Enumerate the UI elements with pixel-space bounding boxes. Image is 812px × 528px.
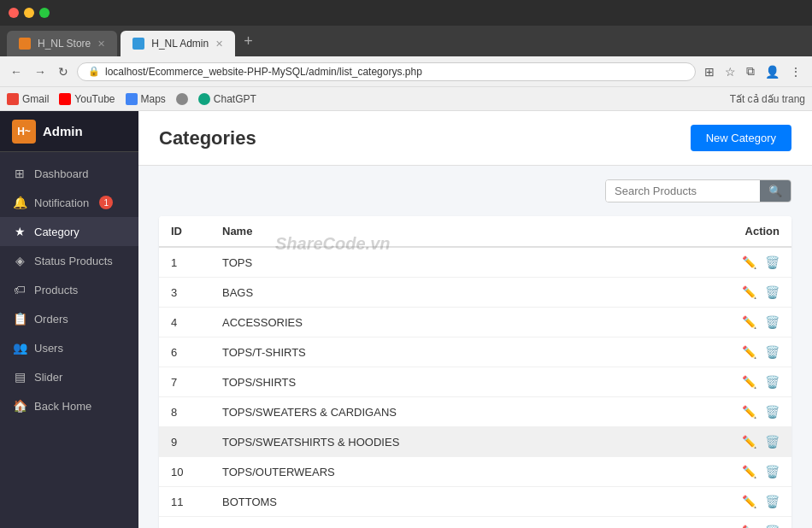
delete-button[interactable]: 🗑️ bbox=[765, 375, 780, 389]
address-bar[interactable]: 🔒 localhost/Ecommerce_website-PHP-MySQL/… bbox=[77, 62, 696, 81]
cell-name: TOPS/OUTERWEARS bbox=[210, 457, 723, 487]
cell-id: 10 bbox=[159, 457, 210, 487]
delete-button[interactable]: 🗑️ bbox=[765, 525, 780, 528]
bookmark-gmail[interactable]: Gmail bbox=[7, 93, 49, 105]
sidebar-label-back-home: Back Home bbox=[34, 400, 91, 413]
sidebar-label-notification: Notification bbox=[34, 197, 89, 209]
bookmarks-bar: Gmail YouTube Maps ChatGPT Tất cả dấu tr… bbox=[0, 87, 812, 111]
sidebar-item-users[interactable]: 👥 Users bbox=[0, 333, 138, 362]
bookmark-youtube-label: YouTube bbox=[74, 93, 115, 105]
delete-button[interactable]: 🗑️ bbox=[765, 435, 780, 449]
sidebar-item-notification[interactable]: 🔔 Notification 1 bbox=[0, 188, 138, 217]
delete-button[interactable]: 🗑️ bbox=[765, 495, 780, 508]
categories-table: ID Name Action 1TOPS✏️🗑️3BAGS✏️🗑️4ACCESS… bbox=[159, 216, 791, 528]
action-icons: ✏️🗑️ bbox=[735, 375, 780, 389]
col-id: ID bbox=[159, 216, 210, 247]
translate-icon[interactable]: ⊞ bbox=[701, 63, 718, 80]
slider-icon: ▤ bbox=[12, 370, 27, 384]
other-icon bbox=[176, 93, 188, 105]
menu-icon[interactable]: ⋮ bbox=[786, 63, 805, 80]
cell-action: ✏️🗑️ bbox=[723, 427, 791, 457]
edit-button[interactable]: ✏️ bbox=[742, 375, 756, 389]
delete-button[interactable]: 🗑️ bbox=[765, 405, 780, 419]
col-name: Name bbox=[210, 216, 723, 247]
cell-action: ✏️🗑️ bbox=[723, 308, 791, 337]
sidebar-label-users: Users bbox=[34, 342, 63, 355]
sidebar-item-back-home[interactable]: 🏠 Back Home bbox=[0, 391, 138, 420]
sidebar-item-slider[interactable]: ▤ Slider bbox=[0, 362, 138, 391]
status-products-icon: ◈ bbox=[12, 254, 27, 267]
tab-store-close[interactable]: ✕ bbox=[97, 38, 105, 50]
sidebar-item-status-products[interactable]: ◈ Status Products bbox=[0, 246, 138, 275]
edit-button[interactable]: ✏️ bbox=[742, 465, 756, 478]
table-row: 11BOTTOMS✏️🗑️ bbox=[159, 487, 791, 517]
edit-button[interactable]: ✏️ bbox=[742, 525, 756, 528]
table-header-row: ID Name Action bbox=[159, 216, 791, 247]
browser-tab-admin[interactable]: H_NL Admin ✕ bbox=[121, 31, 235, 56]
delete-button[interactable]: 🗑️ bbox=[765, 345, 780, 359]
table-row: 4ACCESSORIES✏️🗑️ bbox=[159, 308, 791, 337]
gmail-icon bbox=[7, 93, 19, 105]
new-tab-button[interactable]: + bbox=[238, 32, 258, 50]
table-row: 8TOPS/SWEATERS & CARDIGANS✏️🗑️ bbox=[159, 397, 791, 427]
bookmark-youtube[interactable]: YouTube bbox=[59, 93, 115, 105]
forward-button[interactable]: → bbox=[31, 63, 50, 80]
bookmark-icon[interactable]: ☆ bbox=[721, 63, 739, 80]
table-row: 3BAGS✏️🗑️ bbox=[159, 278, 791, 308]
tab-admin-icon bbox=[132, 38, 144, 50]
bookmark-chatgpt[interactable]: ChatGPT bbox=[198, 93, 256, 105]
browser-toolbar: ← → ↻ 🔒 localhost/Ecommerce_website-PHP-… bbox=[0, 56, 812, 87]
search-button[interactable]: 🔍 bbox=[760, 180, 791, 202]
delete-button[interactable]: 🗑️ bbox=[765, 285, 780, 299]
profile-icon[interactable]: 👤 bbox=[762, 63, 783, 80]
delete-button[interactable]: 🗑️ bbox=[765, 465, 780, 478]
sidebar-label-dashboard: Dashboard bbox=[34, 167, 89, 180]
edit-button[interactable]: ✏️ bbox=[742, 495, 756, 508]
tab-admin-close[interactable]: ✕ bbox=[215, 38, 223, 50]
table-row: 7TOPS/SHIRTS✏️🗑️ bbox=[159, 367, 791, 397]
cell-action: ✏️🗑️ bbox=[723, 247, 791, 278]
window-minimize-dot[interactable] bbox=[24, 8, 34, 18]
action-icons: ✏️🗑️ bbox=[735, 285, 780, 299]
sidebar-item-dashboard[interactable]: ⊞ Dashboard bbox=[0, 159, 138, 188]
window-close-dot[interactable] bbox=[9, 8, 19, 18]
window-maximize-dot[interactable] bbox=[39, 8, 50, 18]
action-icons: ✏️🗑️ bbox=[735, 345, 780, 359]
edit-button[interactable]: ✏️ bbox=[742, 345, 756, 359]
bookmarks-all-label: Tất cả dấu trang bbox=[730, 93, 805, 105]
col-action: Action bbox=[723, 216, 791, 247]
back-button[interactable]: ← bbox=[7, 63, 26, 80]
cell-name: TOPS/SWEATSHIRTS & HOODIES bbox=[210, 427, 723, 457]
table-row: 10TOPS/OUTERWEARS✏️🗑️ bbox=[159, 457, 791, 487]
search-input[interactable] bbox=[606, 180, 760, 202]
bookmark-gmail-label: Gmail bbox=[22, 93, 49, 105]
delete-button[interactable]: 🗑️ bbox=[765, 315, 780, 329]
cell-name: BAGS bbox=[210, 278, 723, 308]
action-icons: ✏️🗑️ bbox=[735, 495, 780, 508]
back-home-icon: 🏠 bbox=[12, 399, 27, 413]
browser-tab-store[interactable]: H_NL Store ✕ bbox=[7, 31, 117, 56]
orders-icon: 📋 bbox=[12, 312, 27, 326]
bookmark-other[interactable] bbox=[176, 93, 188, 105]
extensions-icon[interactable]: ⧉ bbox=[743, 62, 758, 80]
edit-button[interactable]: ✏️ bbox=[742, 315, 756, 329]
cell-action: ✏️🗑️ bbox=[723, 397, 791, 427]
sidebar-item-orders[interactable]: 📋 Orders bbox=[0, 304, 138, 333]
delete-button[interactable]: 🗑️ bbox=[765, 255, 780, 269]
reload-button[interactable]: ↻ bbox=[55, 63, 72, 80]
new-category-button[interactable]: New Category bbox=[691, 125, 791, 151]
cell-name: BOTTOMS/PANTS bbox=[210, 517, 723, 529]
edit-button[interactable]: ✏️ bbox=[742, 285, 756, 299]
page-header: Categories New Category bbox=[138, 111, 812, 166]
cell-id: 8 bbox=[159, 397, 210, 427]
edit-button[interactable]: ✏️ bbox=[742, 255, 756, 269]
bookmark-maps[interactable]: Maps bbox=[126, 93, 166, 105]
cell-id: 11 bbox=[159, 487, 210, 517]
sidebar-item-products[interactable]: 🏷 Products bbox=[0, 275, 138, 304]
edit-button[interactable]: ✏️ bbox=[742, 405, 756, 419]
edit-button[interactable]: ✏️ bbox=[742, 435, 756, 449]
search-input-wrap: 🔍 bbox=[605, 179, 791, 202]
sidebar-label-category: Category bbox=[34, 226, 79, 238]
sidebar-header: H~ Admin bbox=[0, 111, 138, 152]
sidebar-item-category[interactable]: ★ Category bbox=[0, 217, 138, 246]
